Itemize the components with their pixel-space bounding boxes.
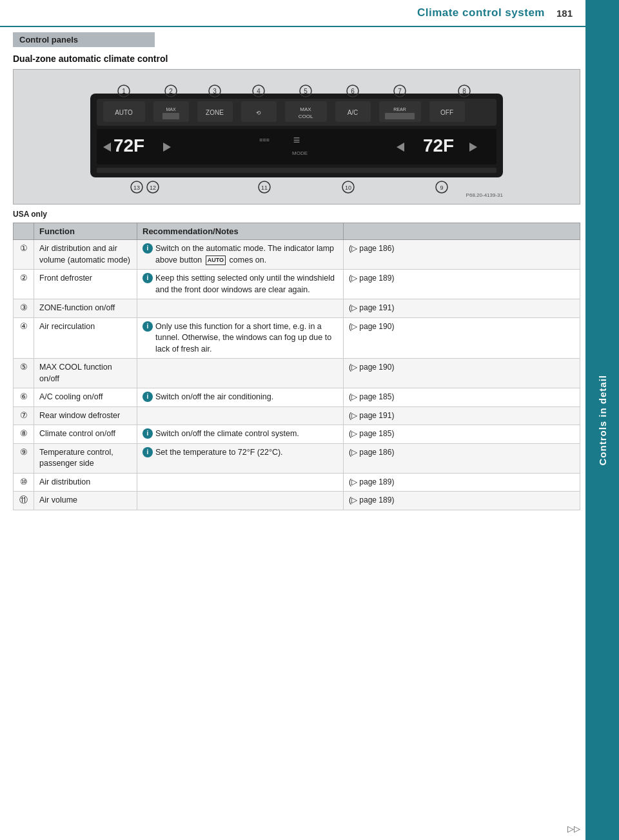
table-row: ⑤MAX COOL function on/off(▷ page 190) [14, 359, 580, 388]
svg-text:AUTO: AUTO [115, 109, 133, 116]
info-icon: i [142, 392, 153, 402]
row-function: Air distribution and air volume (automat… [34, 240, 137, 270]
svg-text:⟲: ⟲ [256, 110, 261, 116]
svg-rect-6 [162, 113, 179, 119]
row-page-ref: (▷ page 189) [344, 473, 580, 492]
svg-text:9: 9 [440, 185, 443, 191]
page-number: 181 [556, 8, 573, 19]
row-page-ref: (▷ page 185) [344, 388, 580, 407]
col-page [344, 223, 580, 240]
svg-text:72F: 72F [423, 135, 454, 155]
svg-text:≡: ≡ [293, 134, 300, 146]
row-page-ref: (▷ page 190) [344, 317, 580, 359]
svg-text:2: 2 [169, 88, 173, 95]
row-num: ⑤ [14, 359, 34, 388]
row-function: Air recirculation [34, 317, 137, 359]
sub-heading: Dual-zone automatic climate control [13, 54, 580, 64]
info-icon: i [142, 447, 153, 457]
svg-text:72F: 72F [113, 135, 144, 155]
row-num: ⑪ [14, 492, 34, 510]
svg-text:P68.20-4139-31: P68.20-4139-31 [466, 192, 504, 198]
row-page-ref: (▷ page 185) [344, 425, 580, 444]
row-recommendation: iKeep this setting selected only until t… [137, 270, 344, 299]
svg-text:3: 3 [213, 88, 217, 95]
row-num: ⑥ [14, 388, 34, 407]
main-content: Control panels Dual-zone automatic clima… [13, 32, 580, 821]
table-row: ⑨Temperature control, passenger sideiSet… [14, 443, 580, 473]
sidebar-label: Controls in detail [597, 375, 608, 466]
row-recommendation [137, 359, 344, 388]
svg-text:≡≡≡: ≡≡≡ [259, 137, 270, 143]
row-page-ref: (▷ page 189) [344, 492, 580, 510]
row-recommendation: iSwitch on/off the climate control syste… [137, 425, 344, 444]
table-header-row: Function Recommendation/Notes [14, 223, 580, 240]
svg-text:MAX: MAX [300, 106, 311, 112]
footer: ▷▷ [567, 824, 580, 834]
header-title: Climate control system [417, 6, 545, 19]
table-row: ⑩Air distribution(▷ page 189) [14, 473, 580, 492]
row-function: Temperature control, passenger side [34, 443, 137, 473]
row-page-ref: (▷ page 191) [344, 406, 580, 425]
row-page-ref: (▷ page 190) [344, 359, 580, 388]
svg-text:8: 8 [462, 88, 466, 95]
row-function: Rear window defroster [34, 406, 137, 425]
table-row: ③ZONE-function on/off(▷ page 191) [14, 299, 580, 318]
row-function: A/C cooling on/off [34, 388, 137, 407]
footer-arrows: ▷▷ [567, 824, 580, 834]
section-header: Control panels [13, 32, 155, 47]
row-recommendation [137, 406, 344, 425]
svg-text:6: 6 [351, 88, 355, 95]
info-icon: i [142, 321, 153, 332]
row-page-ref: (▷ page 186) [344, 443, 580, 473]
row-num: ③ [14, 299, 34, 318]
row-num: ⑦ [14, 406, 34, 425]
svg-text:COOL: COOL [299, 114, 313, 119]
row-page-ref: (▷ page 186) [344, 240, 580, 270]
row-num: ④ [14, 317, 34, 359]
svg-text:ZONE: ZONE [206, 109, 224, 116]
row-function: ZONE-function on/off [34, 299, 137, 318]
table-row: ②Front defrosteriKeep this setting selec… [14, 270, 580, 299]
table-row: ①Air distribution and air volume (automa… [14, 240, 580, 270]
row-recommendation: iSwitch on/off the air conditioning. [137, 388, 344, 407]
col-num [14, 223, 34, 240]
header-bar: Climate control system 181 [0, 0, 585, 27]
row-function: Air distribution [34, 473, 137, 492]
row-function: Climate control on/off [34, 425, 137, 444]
svg-text:REAR: REAR [393, 107, 406, 112]
row-function: Front defroster [34, 270, 137, 299]
row-function: MAX COOL function on/off [34, 359, 137, 388]
svg-text:5: 5 [304, 88, 308, 95]
row-recommendation [137, 473, 344, 492]
table-row: ⑪Air volume(▷ page 189) [14, 492, 580, 510]
svg-text:MAX: MAX [166, 107, 176, 112]
svg-rect-18 [385, 113, 415, 119]
row-recommendation: iOnly use this function for a short time… [137, 317, 344, 359]
svg-text:10: 10 [345, 185, 351, 191]
row-recommendation: iSet the temperature to 72°F (22°C). [137, 443, 344, 473]
row-page-ref: (▷ page 191) [344, 299, 580, 318]
svg-text:12: 12 [150, 185, 156, 191]
table-row: ④Air recirculationiOnly use this functio… [14, 317, 580, 359]
right-sidebar: Controls in detail [585, 0, 619, 840]
col-rec: Recommendation/Notes [137, 223, 344, 240]
row-num: ⑨ [14, 443, 34, 473]
table-row: ⑥A/C cooling on/offiSwitch on/off the ai… [14, 388, 580, 407]
row-recommendation: iSwitch on the automatic mode. The indic… [137, 240, 344, 270]
info-icon: i [142, 428, 153, 439]
panel-svg: AUTO MAX ZONE ⟲ MAX COOL A/C [77, 74, 516, 200]
info-icon: i [142, 243, 153, 254]
svg-text:13: 13 [133, 185, 140, 191]
usa-only-label: USA only [13, 210, 580, 219]
row-recommendation [137, 299, 344, 318]
svg-text:1: 1 [122, 88, 126, 95]
table-row: ⑧Climate control on/offiSwitch on/off th… [14, 425, 580, 444]
svg-text:A/C: A/C [348, 109, 359, 116]
col-function: Function [34, 223, 137, 240]
svg-text:OFF: OFF [440, 109, 453, 116]
svg-text:4: 4 [257, 88, 260, 95]
row-num: ⑧ [14, 425, 34, 444]
row-function: Air volume [34, 492, 137, 510]
panel-image: AUTO MAX ZONE ⟲ MAX COOL A/C [13, 69, 580, 205]
table-row: ⑦Rear window defroster(▷ page 191) [14, 406, 580, 425]
